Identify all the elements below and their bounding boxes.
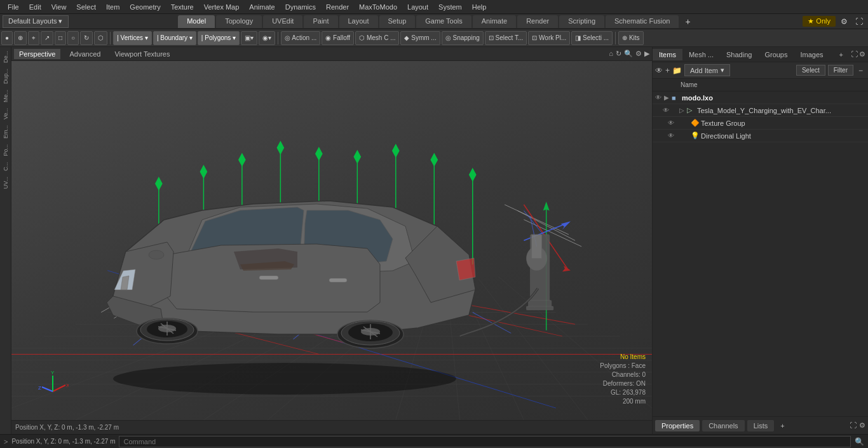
menu-geometry[interactable]: Geometry [125,2,165,12]
tab-scripting[interactable]: Scripting [559,15,604,28]
eye-icon-0[interactable]: 👁 [655,94,663,101]
items-icon-minus[interactable]: − [856,65,865,76]
status-arrow[interactable]: > [4,438,8,445]
menu-file[interactable]: File [3,2,24,12]
vp-icon-search[interactable]: 🔍 [624,50,633,58]
add-item-button[interactable]: Add Item ▾ [684,64,730,76]
star-only-button[interactable]: ★ Only [803,16,836,27]
tool-circle2[interactable]: ◉▾ [259,31,275,45]
bp-icon-settings[interactable]: ⚙ [859,421,865,430]
bp-tab-channels[interactable]: Channels [702,420,744,431]
arrow-1[interactable]: ▷ [679,107,686,114]
items-icon-add[interactable]: + [665,66,670,75]
tool-circle[interactable]: ○ [67,31,79,45]
tool-falloff[interactable]: ◉ Falloff [322,31,354,45]
vp-tab-textures[interactable]: Viewport Textures [109,49,175,59]
menu-select[interactable]: Select [71,2,101,12]
tool-box[interactable]: □ [55,31,66,45]
sidebar-item-dup[interactable]: Dup... [2,66,10,86]
eye-icon-3[interactable]: 👁 [668,132,675,139]
tool-snapping[interactable]: ◎ Snapping [442,31,484,45]
tab-setup[interactable]: Setup [379,15,416,28]
tab-uvedit[interactable]: UVEdit [263,15,302,28]
vp-tab-advanced[interactable]: Advanced [64,49,105,59]
list-item-directional-light[interactable]: 👁 💡 Directional Light [653,130,868,142]
sidebar-item-po[interactable]: Po... [2,142,10,159]
sidebar-item-em[interactable]: Em... [2,123,10,141]
vp-icon-settings[interactable]: ⚙ [635,50,642,58]
layout-fullscreen-icon[interactable]: ⛶ [853,17,865,27]
list-item-tesla[interactable]: 👁 ▷ ▷ Tesla_Model_Y_Charging_with_EV_Cha… [653,104,868,117]
tab-model[interactable]: Model [178,15,215,28]
tool-action[interactable]: ◎ Action ... [281,31,320,45]
tab-paint[interactable]: Paint [304,15,337,28]
scene-canvas[interactable]: X Y Z No Items Polygons : Face Channels:… [11,61,652,420]
tool-rotate[interactable]: ↻ [80,31,93,45]
bp-tab-add[interactable]: + [776,421,788,431]
tool-shape[interactable]: ▣▾ [241,31,257,45]
filter-button[interactable]: Filter [828,65,853,76]
tool-select[interactable]: ● [1,31,13,45]
menu-layout[interactable]: Layout [402,2,433,12]
menu-vertex-map[interactable]: Vertex Map [199,2,245,12]
command-input[interactable] [119,436,851,447]
search-icon[interactable]: 🔍 [855,437,864,446]
tool-boundary[interactable]: | Boundary ▾ [153,31,196,45]
rp-tab-items[interactable]: Items [653,49,682,60]
layout-dropdown[interactable]: Default Layouts ▾ [3,15,69,28]
vp-icon-rotate[interactable]: ↻ [616,50,621,58]
menu-edit[interactable]: Edit [24,2,46,12]
rp-tab-mesh[interactable]: Mesh ... [682,49,720,60]
items-icon-eye[interactable]: 👁 [655,66,663,75]
layout-add-button[interactable]: + [680,15,695,28]
tool-polygons[interactable]: | Polygons ▾ [198,31,240,45]
menu-view[interactable]: View [46,2,72,12]
sidebar-item-de[interactable]: De... [2,48,10,65]
tab-layout[interactable]: Layout [339,15,378,28]
tool-mesh[interactable]: ⬡ Mesh C ... [355,31,399,45]
menu-texture[interactable]: Texture [166,2,199,12]
layout-settings-icon[interactable]: ⚙ [838,17,850,27]
menu-dynamics[interactable]: Dynamics [280,2,321,12]
tool-workplane[interactable]: ⊡ Work Pl... [528,31,570,45]
tab-topology[interactable]: Topology [216,15,262,28]
menu-system[interactable]: System [433,2,467,12]
tool-symmetry[interactable]: ◆ Symm ... [400,31,440,45]
tool-selection[interactable]: ◨ Selecti ... [571,31,613,45]
vp-icon-home[interactable]: ⌂ [609,50,613,58]
tool-poly[interactable]: ⬡ [94,31,107,45]
tab-schematic-fusion[interactable]: Schematic Fusion [606,15,679,28]
eye-icon-1[interactable]: 👁 [663,107,670,114]
rp-tab-groups[interactable]: Groups [758,49,794,60]
rp-icon-settings[interactable]: ⚙ [859,50,865,58]
items-icon-folder[interactable]: 📁 [672,66,682,75]
menu-animate[interactable]: Animate [244,2,280,12]
tool-transform[interactable]: ↗ [41,31,53,45]
sidebar-item-ve[interactable]: Ve... [2,105,10,122]
tab-animate[interactable]: Animate [473,15,516,28]
viewport[interactable]: Perspective Advanced Viewport Textures ⌂… [11,47,652,434]
tool-select-tool[interactable]: ⊡ Select T... [485,31,527,45]
tool-vertices[interactable]: | Vertices ▾ [113,31,152,45]
bp-tab-lists[interactable]: Lists [747,420,775,431]
arrow-0[interactable]: ▶ [664,94,670,101]
list-item-texture-group[interactable]: 👁 🔶 Texture Group [653,117,868,130]
menu-render[interactable]: Render [321,2,354,12]
select-button[interactable]: Select [796,65,825,76]
tool-add[interactable]: ⊕ [14,31,27,45]
rp-tab-shading[interactable]: Shading [720,49,758,60]
tab-render[interactable]: Render [517,15,558,28]
rp-icon-expand[interactable]: ⛶ [851,50,858,58]
bp-icon-expand[interactable]: ⛶ [850,421,857,430]
menu-item[interactable]: Item [101,2,125,12]
vp-icon-arrow[interactable]: ▶ [644,50,649,58]
tool-origin[interactable]: ⌖ [28,31,39,45]
sidebar-item-me[interactable]: Me... [2,87,10,105]
menu-maxtomodo[interactable]: MaxToModo [354,2,402,12]
sidebar-item-c[interactable]: C... [2,160,10,173]
bp-tab-properties[interactable]: Properties [655,420,700,431]
list-item-modo-lxo[interactable]: 👁 ▶ ■ modo.lxo [653,92,868,104]
rp-tab-images[interactable]: Images [794,49,829,60]
sidebar-item-uv[interactable]: UV... [2,174,10,191]
tool-kits[interactable]: ⊕ Kits [618,31,643,45]
